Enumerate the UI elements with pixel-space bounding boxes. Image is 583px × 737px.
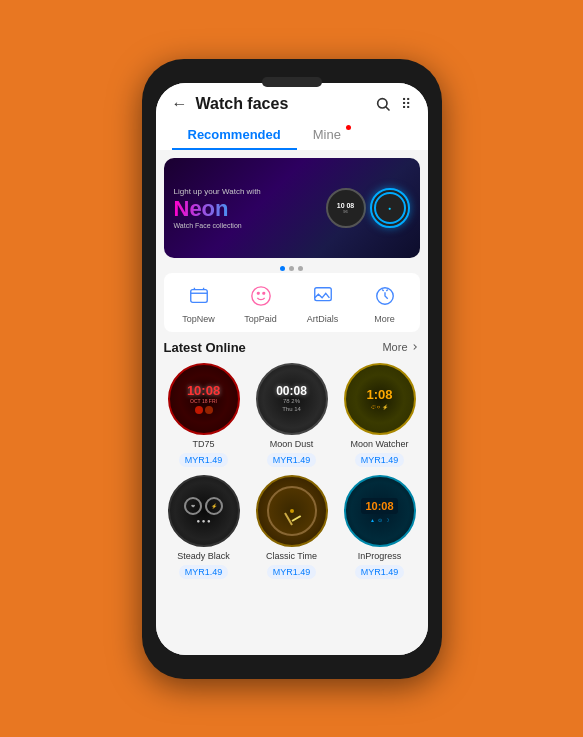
watch-grid: 10:08 OCT 18 FRI TD75 MYR1.49 [164,363,420,579]
watch-name-td75: TD75 [192,439,214,449]
page-title: Watch faces [196,95,375,113]
banner-dots [156,266,428,271]
topnew-icon [184,281,214,311]
banner-subtitle: Watch Face collection [174,222,326,229]
watch-name-classictime: Classic Time [266,551,317,561]
watch-name-moondust: Moon Dust [270,439,314,449]
toppaid-icon [246,281,276,311]
svg-rect-2 [190,289,207,302]
watch-card-moondust[interactable]: 00:08 78 2%Thu 14 Moon Dust MYR1.49 [252,363,332,467]
toppaid-label: TopPaid [244,314,277,324]
watch-price-steadyblack: MYR1.49 [179,565,229,579]
artdials-icon [308,281,338,311]
latest-online-more[interactable]: More [382,341,419,353]
watch-name-steadyblack: Steady Black [177,551,230,561]
category-topnew[interactable]: TopNew [174,281,224,324]
banner-watches: 10 08 96 ● [326,188,410,228]
category-artdials[interactable]: ArtDials [298,281,348,324]
banner-watch-2: ● [370,188,410,228]
watch-face-td75: 10:08 OCT 18 FRI [168,363,240,435]
category-toppaid[interactable]: TopPaid [236,281,286,324]
banner-main-text: Neon [174,198,326,220]
more-icon [370,281,400,311]
watch-price-moondust: MYR1.49 [267,453,317,467]
svg-line-1 [386,107,389,110]
banner-watch-1: 10 08 96 [326,188,366,228]
banner-dot-2 [289,266,294,271]
watch-price-inprogress: MYR1.49 [355,565,405,579]
phone-frame: ← Watch faces ⠿ Recommended [142,59,442,679]
neon-banner[interactable]: Light up your Watch with Neon Watch Face… [164,158,420,258]
watch-card-td75[interactable]: 10:08 OCT 18 FRI TD75 MYR1.49 [164,363,244,467]
category-more[interactable]: More [360,281,410,324]
latest-online-section: Latest Online More 10:08 OCT 18 FRI [156,340,428,587]
svg-point-7 [262,292,264,294]
watch-card-inprogress[interactable]: 10:08 ▲ ⊙ ☽ InProgress MYR1.49 [340,475,420,579]
search-icon[interactable] [375,96,391,112]
watch-face-steadyblack: ❤ ⚡ ● ● ● [168,475,240,547]
tab-bar: Recommended Mine [172,121,412,150]
banner-dot-3 [298,266,303,271]
svg-point-6 [257,292,259,294]
watch-card-moonwatcher[interactable]: 1:08 ⏱ ♡ ⚡ Moon Watcher MYR1.49 [340,363,420,467]
watch-name-moonwatcher: Moon Watcher [350,439,408,449]
header-actions: ⠿ [375,96,412,112]
more-label: More [374,314,395,324]
banner-tagline: Light up your Watch with [174,187,326,196]
tab-recommended[interactable]: Recommended [172,121,297,150]
app-header: ← Watch faces ⠿ Recommended [156,83,428,150]
phone-screen: ← Watch faces ⠿ Recommended [156,83,428,655]
svg-rect-8 [314,287,331,300]
artdials-label: ArtDials [307,314,339,324]
watch-card-classictime[interactable]: Classic Time MYR1.49 [252,475,332,579]
watch-price-classictime: MYR1.49 [267,565,317,579]
mine-notification-dot [346,125,351,130]
watch-face-moonwatcher: 1:08 ⏱ ♡ ⚡ [344,363,416,435]
watch-face-inprogress: 10:08 ▲ ⊙ ☽ [344,475,416,547]
tab-mine[interactable]: Mine [297,121,357,150]
banner-dot-1 [280,266,285,271]
category-bar: TopNew TopPaid [164,273,420,332]
watch-price-td75: MYR1.49 [179,453,229,467]
section-title: Latest Online [164,340,246,355]
watch-price-moonwatcher: MYR1.49 [355,453,405,467]
watch-card-steadyblack[interactable]: ❤ ⚡ ● ● ● Steady Black MYR1.49 [164,475,244,579]
main-content: Light up your Watch with Neon Watch Face… [156,150,428,655]
back-button[interactable]: ← [172,95,188,113]
watch-name-inprogress: InProgress [358,551,402,561]
topnew-label: TopNew [182,314,215,324]
banner-text: Light up your Watch with Neon Watch Face… [174,187,326,229]
watch-face-classictime [256,475,328,547]
more-options-icon[interactable]: ⠿ [401,96,412,112]
latest-online-header: Latest Online More [164,340,420,355]
watch-face-moondust: 00:08 78 2%Thu 14 [256,363,328,435]
